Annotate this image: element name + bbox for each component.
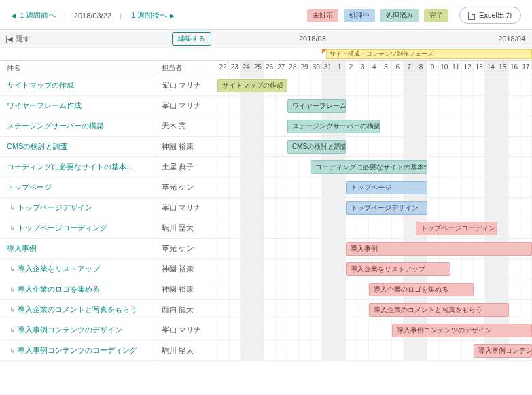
- day-header-cell: 24: [241, 61, 252, 75]
- task-assignee: 草光 ケン: [156, 239, 217, 258]
- legend-processed: 処理済み: [380, 9, 419, 22]
- excel-export-button[interactable]: Excel出力: [459, 7, 521, 24]
- task-name-link[interactable]: トップページ: [0, 177, 156, 197]
- task-gantt-area: 導入事例コンテンツ: [217, 341, 532, 360]
- days-header: 2223242526272829303112345678910111213141…: [217, 61, 532, 75]
- task-row: ステージングサーバーの構築天木 亮ステージングサーバーの構築: [0, 116, 532, 137]
- triangle-right-icon: ▶: [170, 12, 175, 19]
- gantt-bar[interactable]: コーディングに必要なサイトの基本情報: [311, 160, 427, 174]
- gantt-header: |◀隠す 編集する 2018/03 2018/04: [0, 29, 532, 48]
- indent-icon: ↳: [10, 286, 15, 293]
- task-row: ↳導入企業のロゴを集める神園 裕康導入企業のロゴを集める: [0, 279, 532, 300]
- task-gantt-area: 導入事例: [217, 239, 532, 258]
- gantt-bar[interactable]: 導入企業をリストアップ: [346, 262, 450, 276]
- task-name-label: トップページ: [7, 182, 52, 192]
- day-header-cell: 17: [520, 61, 532, 75]
- task-name-link[interactable]: ↳導入企業のロゴを集める: [0, 279, 156, 299]
- edit-button[interactable]: 編集する: [172, 32, 211, 46]
- indent-icon: ↳: [10, 306, 15, 313]
- task-row: サイトマップの作成峯山 マリナサイトマップの作成: [0, 75, 532, 96]
- task-assignee: 峯山 マリナ: [156, 96, 217, 116]
- indent-icon: ↳: [10, 326, 15, 334]
- gantt-bar[interactable]: 導入事例コンテンツのデザイン: [392, 324, 532, 337]
- day-header-cell: 9: [427, 61, 439, 75]
- col-assignee-header: 担当者: [156, 61, 217, 75]
- task-gantt-area: トップページコーディング: [217, 218, 532, 238]
- task-gantt-area: ワイヤーフレーム作成: [217, 96, 532, 116]
- task-assignee: 神園 裕康: [156, 279, 217, 299]
- task-name-link[interactable]: ↳トップページコーディング: [0, 218, 156, 238]
- gantt-bar[interactable]: トップページデザイン: [346, 201, 427, 215]
- task-assignee: 天木 亮: [156, 116, 217, 136]
- day-header-cell: 13: [474, 61, 485, 75]
- gantt-bar[interactable]: ワイヤーフレーム作成: [287, 99, 346, 113]
- task-name-label: CMSの検討と調査: [7, 141, 68, 152]
- task-name-label: ステージングサーバーの構築: [7, 121, 104, 131]
- gantt-bar[interactable]: CMSの検討と調査: [287, 140, 346, 154]
- day-header-cell: 14: [485, 61, 497, 75]
- task-name-label: 導入企業のロゴを集める: [18, 284, 100, 294]
- gantt-bar[interactable]: ステージングサーバーの構築: [287, 120, 380, 133]
- gantt-bar[interactable]: 導入事例: [346, 242, 532, 256]
- indent-icon: ↳: [10, 224, 15, 232]
- task-row: ワイヤーフレーム作成峯山 マリナワイヤーフレーム作成: [0, 96, 532, 116]
- task-name-label: サイトマップの作成: [7, 80, 74, 90]
- day-header-cell: 8: [415, 61, 427, 75]
- task-gantt-area: サイトマップの作成: [217, 75, 532, 95]
- gantt-bar[interactable]: 導入企業のロゴを集める: [369, 283, 474, 296]
- task-row: ↳導入事例コンテンツのコーディング駒川 堅太導入事例コンテンツ: [0, 341, 532, 361]
- task-name-link[interactable]: CMSの検討と調査: [0, 137, 156, 156]
- day-header-cell: 31: [322, 61, 334, 75]
- month-label-2: 2018/04: [498, 35, 525, 43]
- gantt-bar[interactable]: 導入企業のコメントと写真をもらう: [369, 303, 509, 317]
- task-name-link[interactable]: ↳導入事例コンテンツのデザイン: [0, 320, 156, 340]
- task-name-link[interactable]: ステージングサーバーの構築: [0, 116, 156, 136]
- next-week-link[interactable]: １週間後へ▶: [130, 10, 175, 20]
- phase-bar[interactable]: サイト構成・コンテンツ制作フェーズ: [326, 49, 532, 59]
- day-header-cell: 11: [450, 61, 462, 75]
- task-assignee: 西内 龍太: [156, 300, 217, 320]
- gantt-bar[interactable]: トップページ: [346, 181, 427, 194]
- task-gantt-area: コーディングに必要なサイトの基本情報: [217, 157, 532, 177]
- task-name-link[interactable]: コーディングに必要なサイトの基本...: [0, 157, 156, 177]
- task-gantt-area: CMSの検討と調査: [217, 137, 532, 156]
- task-name-link[interactable]: ↳導入事例コンテンツのコーディング: [0, 341, 156, 360]
- topbar: ◀１週間前へ | 2018/03/22 | １週間後へ▶ 未対応 処理中 処理済…: [0, 0, 532, 29]
- col-name-header: 件名: [0, 61, 156, 75]
- gantt-bar[interactable]: トップページコーディング: [416, 222, 497, 235]
- legend-processing: 処理中: [344, 9, 375, 22]
- day-header-cell: 29: [299, 61, 311, 75]
- day-header-cell: 10: [439, 61, 450, 75]
- day-header-cell: 4: [369, 61, 380, 75]
- month-label-1: 2018/03: [299, 35, 326, 43]
- hide-sidebar-button[interactable]: |◀隠す: [5, 34, 31, 44]
- task-name-label: 導入事例コンテンツのデザイン: [18, 325, 122, 335]
- current-date: 2018/03/22: [74, 12, 111, 20]
- task-name-link[interactable]: ↳トップページデザイン: [0, 198, 156, 218]
- day-header-cell: 7: [404, 61, 415, 75]
- task-row: ↳導入企業をリストアップ神園 裕康導入企業をリストアップ: [0, 259, 532, 279]
- task-assignee: 神園 裕康: [156, 137, 217, 156]
- task-assignee: 土屋 典子: [156, 157, 217, 177]
- task-name-link[interactable]: ワイヤーフレーム作成: [0, 96, 156, 116]
- task-list: サイトマップの作成峯山 マリナサイトマップの作成ワイヤーフレーム作成峯山 マリナ…: [0, 75, 532, 361]
- task-name-label: トップページデザイン: [18, 203, 92, 213]
- day-header-cell: 23: [229, 61, 241, 75]
- task-row: コーディングに必要なサイトの基本...土屋 典子コーディングに必要なサイトの基本…: [0, 157, 532, 177]
- day-header-cell: 25: [252, 61, 264, 75]
- task-gantt-area: ステージングサーバーの構築: [217, 116, 532, 136]
- prev-week-link[interactable]: ◀１週間前へ: [11, 10, 56, 20]
- day-header-cell: 12: [462, 61, 474, 75]
- gantt-bar[interactable]: 導入事例コンテンツ: [474, 344, 532, 358]
- task-name-link[interactable]: ↳導入企業のコメントと写真をもらう: [0, 300, 156, 320]
- gantt-bar[interactable]: サイトマップの作成: [217, 79, 287, 92]
- indent-icon: ↳: [10, 347, 15, 354]
- task-name-link[interactable]: サイトマップの作成: [0, 75, 156, 95]
- task-assignee: 草光 ケン: [156, 177, 217, 197]
- legend-done: 完了: [424, 9, 448, 22]
- task-name-label: コーディングに必要なサイトの基本...: [7, 162, 132, 172]
- task-name-label: ワイヤーフレーム作成: [7, 101, 82, 111]
- day-header-cell: 16: [509, 61, 520, 75]
- task-name-link[interactable]: ↳導入企業をリストアップ: [0, 259, 156, 279]
- task-name-link[interactable]: 導入事例: [0, 239, 156, 258]
